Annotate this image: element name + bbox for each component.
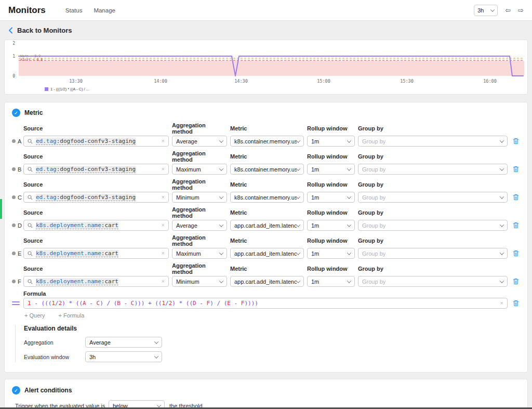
chevron-down-icon — [347, 138, 351, 142]
x-tick: 14:00 — [154, 78, 167, 84]
source-value: :dogfood-confv3-staging — [57, 138, 136, 144]
trash-icon — [513, 194, 519, 201]
query-letter: D — [18, 222, 22, 229]
aggregation-select[interactable]: Average — [172, 220, 227, 231]
clear-icon[interactable]: × — [500, 300, 503, 306]
source-input[interactable]: ed.tag:dogfood-confv3-staging × — [23, 192, 169, 203]
chevron-down-icon — [154, 354, 158, 358]
groupby-select[interactable]: Group by — [358, 248, 508, 259]
query-row-e: Source Aggregation method Metric Rollup … — [12, 234, 521, 259]
clear-icon[interactable]: × — [162, 222, 165, 228]
formula-input[interactable]: 1 - (((1/2) * ((A - C) / (B - C))) + ((1… — [23, 298, 508, 309]
alert-conditions-title: Alert conditions — [24, 387, 72, 394]
groupby-select[interactable]: Group by — [358, 164, 508, 175]
legend-label: 1 - (((1/2) * ((A - C) / ... — [50, 87, 89, 91]
delete-formula-button[interactable] — [511, 300, 521, 307]
x-tick: 14:30 — [234, 78, 248, 84]
chevron-down-icon — [296, 138, 300, 142]
chevron-down-icon — [490, 7, 495, 11]
add-query-button[interactable]: + Query — [24, 312, 45, 319]
evaluation-aggregation-select[interactable]: Average — [85, 337, 162, 348]
chevron-down-icon — [296, 194, 300, 199]
add-formula-button[interactable]: + Formula — [58, 312, 84, 319]
breadcrumb: Back to Monitors — [0, 21, 532, 39]
groupby-select[interactable]: Group by — [358, 220, 508, 231]
x-tick: 13:30 — [69, 78, 83, 84]
metric-section-card: ✓ Metric Source Aggregation method Metri… — [4, 102, 528, 373]
metric-label: Metric — [230, 125, 304, 131]
search-icon — [28, 223, 33, 228]
chevron-down-icon — [219, 222, 223, 227]
source-input[interactable]: k8s.deployment.name:cart × — [23, 248, 169, 259]
rollup-label: Rollup window — [307, 125, 355, 131]
groupby-select[interactable]: Group by — [358, 276, 508, 287]
metric-section-title: Metric — [24, 109, 43, 116]
trash-icon — [513, 222, 519, 229]
chart-legend[interactable]: 1 - (((1/2) * ((A - C) / ... — [45, 87, 527, 91]
chevron-down-icon — [219, 194, 223, 199]
query-row-f: Source Aggregation method Metric Rollup … — [12, 262, 521, 287]
time-range-value: 3h — [477, 7, 484, 14]
aggregation-select[interactable]: Average — [172, 136, 227, 147]
metric-select[interactable]: app.cart.add_item.latenc — [230, 248, 304, 259]
trash-icon — [513, 250, 519, 257]
delete-query-button[interactable] — [511, 138, 521, 144]
chevron-down-icon — [347, 166, 351, 170]
clear-icon[interactable]: × — [162, 250, 165, 256]
rollup-select[interactable]: 1m — [307, 248, 355, 259]
rollup-select[interactable]: 1m — [307, 136, 355, 147]
groupby-select[interactable]: Group by — [358, 192, 508, 203]
metric-select[interactable]: k8s.container.memory.us — [230, 136, 304, 147]
rollup-select[interactable]: 1m — [307, 276, 355, 287]
evaluation-window-select[interactable]: 3h — [85, 351, 162, 362]
alert-conditions-card: ✓ Alert conditions Trigger when the eval… — [4, 379, 528, 409]
time-range-select[interactable]: 3h — [474, 5, 498, 16]
source-input[interactable]: k8s.deployment.name:cart × — [23, 276, 169, 287]
page-title: Monitors — [8, 5, 46, 16]
tab-manage[interactable]: Manage — [94, 7, 115, 14]
x-tick: 15:30 — [400, 78, 414, 84]
search-icon — [28, 167, 33, 172]
delete-query-button[interactable] — [511, 166, 521, 173]
chevron-down-icon — [347, 279, 351, 283]
y-tick-1: 1 — [12, 54, 15, 59]
metric-select[interactable]: k8s.container.memory.us — [230, 164, 304, 175]
metric-select[interactable]: app.cart.add_item.latenc — [230, 276, 304, 287]
aggregation-select[interactable]: Maximum — [172, 164, 227, 175]
chevron-down-icon — [500, 138, 504, 142]
source-input[interactable]: ed.tag:dogfood-confv3-staging × — [23, 136, 169, 147]
legend-swatch — [45, 87, 48, 91]
query-letter: B — [18, 166, 21, 173]
aggregation-select[interactable]: Maximum — [172, 248, 227, 259]
clear-icon[interactable]: × — [162, 194, 165, 200]
query-dot — [12, 280, 16, 283]
clear-icon[interactable]: × — [162, 166, 165, 172]
chevron-down-icon — [296, 166, 300, 170]
clear-icon[interactable]: × — [162, 279, 165, 284]
chevron-left-icon[interactable] — [8, 27, 13, 34]
back-to-monitors-link[interactable]: Back to Monitors — [17, 27, 72, 34]
rollup-select[interactable]: 1m — [307, 220, 355, 231]
groupby-select[interactable]: Group by — [358, 136, 508, 147]
tab-status[interactable]: Status — [65, 7, 83, 14]
delete-query-button[interactable] — [511, 194, 521, 201]
rollup-select[interactable]: 1m — [307, 192, 355, 203]
metric-select[interactable]: app.cart.add_item.latenc — [230, 220, 304, 231]
section-check-icon: ✓ — [12, 386, 20, 394]
aggregation-select[interactable]: Minimum — [172, 276, 227, 287]
x-tick: 16:00 — [483, 78, 497, 84]
history-back-icon[interactable]: ⇦ — [505, 7, 511, 14]
history-forward-icon[interactable]: ⇨ — [518, 7, 524, 14]
metric-select[interactable]: k8s.container.memory.us — [230, 192, 304, 203]
source-input[interactable]: k8s.deployment.name:cart × — [23, 220, 169, 231]
formula-icon — [12, 301, 20, 306]
chevron-down-icon — [157, 403, 161, 407]
aggregation-select[interactable]: Minimum — [172, 192, 227, 203]
delete-query-button[interactable] — [511, 250, 521, 257]
source-input[interactable]: ed.tag:dogfood-confv3-staging × — [23, 164, 169, 175]
rollup-select[interactable]: 1m — [307, 164, 355, 175]
clear-icon[interactable]: × — [162, 138, 165, 144]
delete-query-button[interactable] — [511, 222, 521, 229]
header-tabs: Status Manage — [65, 7, 115, 14]
delete-query-button[interactable] — [511, 278, 521, 285]
